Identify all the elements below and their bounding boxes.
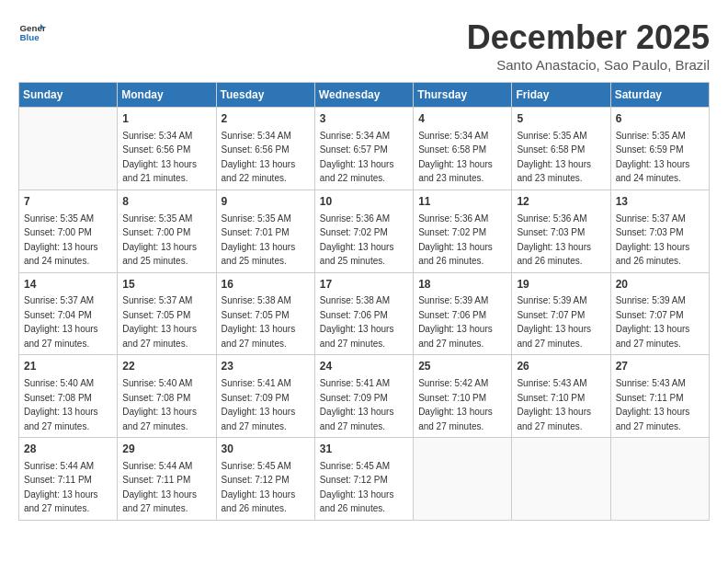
day-info: Sunrise: 5:39 AM Sunset: 7:07 PM Dayligh… [517, 295, 591, 349]
calendar-title: December 2025 [467, 18, 710, 57]
calendar-cell: 23Sunrise: 5:41 AM Sunset: 7:09 PM Dayli… [216, 355, 314, 438]
day-number: 13 [616, 194, 704, 210]
day-info: Sunrise: 5:45 AM Sunset: 7:12 PM Dayligh… [320, 461, 394, 514]
day-number: 29 [122, 442, 210, 457]
svg-text:Blue: Blue [20, 32, 40, 42]
day-info: Sunrise: 5:34 AM Sunset: 6:56 PM Dayligh… [222, 131, 296, 184]
calendar-cell: 16Sunrise: 5:38 AM Sunset: 7:05 PM Dayli… [216, 272, 314, 355]
calendar-cell: 28Sunrise: 5:44 AM Sunset: 7:11 PM Dayli… [19, 438, 118, 521]
calendar-cell: 14Sunrise: 5:37 AM Sunset: 7:04 PM Dayli… [19, 272, 118, 355]
day-info: Sunrise: 5:43 AM Sunset: 7:10 PM Dayligh… [517, 378, 591, 431]
day-info: Sunrise: 5:36 AM Sunset: 7:03 PM Dayligh… [517, 213, 591, 267]
calendar-cell [414, 438, 512, 521]
day-number: 22 [122, 359, 210, 374]
weekday-header-tuesday: Tuesday [216, 83, 314, 108]
day-info: Sunrise: 5:41 AM Sunset: 7:09 PM Dayligh… [222, 378, 296, 431]
day-number: 18 [418, 277, 506, 293]
day-number: 12 [517, 194, 605, 210]
day-number: 2 [222, 111, 310, 127]
day-number: 19 [517, 277, 605, 293]
calendar-cell: 5Sunrise: 5:35 AM Sunset: 6:58 PM Daylig… [512, 108, 610, 190]
day-number: 30 [222, 442, 310, 457]
calendar-cell: 22Sunrise: 5:40 AM Sunset: 7:08 PM Dayli… [118, 355, 216, 438]
calendar-cell: 18Sunrise: 5:39 AM Sunset: 7:06 PM Dayli… [414, 272, 512, 355]
weekday-header-saturday: Saturday [610, 83, 709, 108]
day-number: 11 [418, 194, 506, 210]
weekday-header-friday: Friday [512, 83, 610, 108]
calendar-cell: 4Sunrise: 5:34 AM Sunset: 6:58 PM Daylig… [414, 108, 512, 190]
day-number: 14 [24, 277, 112, 293]
calendar-week-3: 14Sunrise: 5:37 AM Sunset: 7:04 PM Dayli… [19, 272, 710, 355]
day-number: 31 [320, 442, 408, 457]
day-number: 4 [418, 111, 506, 127]
day-number: 27 [616, 359, 704, 374]
calendar-cell: 17Sunrise: 5:38 AM Sunset: 7:06 PM Dayli… [314, 272, 413, 355]
day-info: Sunrise: 5:45 AM Sunset: 7:12 PM Dayligh… [222, 461, 296, 514]
calendar-cell: 13Sunrise: 5:37 AM Sunset: 7:03 PM Dayli… [610, 190, 709, 272]
day-info: Sunrise: 5:36 AM Sunset: 7:02 PM Dayligh… [418, 213, 493, 267]
day-number: 7 [24, 194, 112, 210]
day-info: Sunrise: 5:39 AM Sunset: 7:07 PM Dayligh… [616, 295, 690, 349]
day-info: Sunrise: 5:44 AM Sunset: 7:11 PM Dayligh… [122, 461, 197, 514]
calendar-cell: 12Sunrise: 5:36 AM Sunset: 7:03 PM Dayli… [512, 190, 610, 272]
day-number: 3 [320, 111, 408, 127]
calendar-cell: 9Sunrise: 5:35 AM Sunset: 7:01 PM Daylig… [216, 190, 314, 272]
day-info: Sunrise: 5:40 AM Sunset: 7:08 PM Dayligh… [122, 378, 197, 431]
calendar-cell: 24Sunrise: 5:41 AM Sunset: 7:09 PM Dayli… [314, 355, 413, 438]
day-info: Sunrise: 5:34 AM Sunset: 6:57 PM Dayligh… [320, 131, 394, 184]
weekday-header-monday: Monday [118, 83, 216, 108]
weekday-header-wednesday: Wednesday [314, 83, 413, 108]
day-info: Sunrise: 5:35 AM Sunset: 7:01 PM Dayligh… [222, 213, 296, 267]
calendar-cell: 10Sunrise: 5:36 AM Sunset: 7:02 PM Dayli… [314, 190, 413, 272]
calendar-cell: 3Sunrise: 5:34 AM Sunset: 6:57 PM Daylig… [314, 108, 413, 190]
day-number: 23 [222, 359, 310, 374]
calendar-week-1: 1Sunrise: 5:34 AM Sunset: 6:56 PM Daylig… [19, 108, 710, 190]
logo-icon: General Blue [18, 18, 46, 46]
calendar-cell: 15Sunrise: 5:37 AM Sunset: 7:05 PM Dayli… [118, 272, 216, 355]
calendar-cell: 29Sunrise: 5:44 AM Sunset: 7:11 PM Dayli… [118, 438, 216, 521]
day-info: Sunrise: 5:37 AM Sunset: 7:04 PM Dayligh… [24, 295, 98, 349]
calendar-week-4: 21Sunrise: 5:40 AM Sunset: 7:08 PM Dayli… [19, 355, 710, 438]
calendar-cell: 7Sunrise: 5:35 AM Sunset: 7:00 PM Daylig… [19, 190, 118, 272]
day-info: Sunrise: 5:35 AM Sunset: 6:58 PM Dayligh… [517, 131, 591, 184]
day-info: Sunrise: 5:39 AM Sunset: 7:06 PM Dayligh… [418, 295, 493, 349]
calendar-cell: 31Sunrise: 5:45 AM Sunset: 7:12 PM Dayli… [314, 438, 413, 521]
day-info: Sunrise: 5:35 AM Sunset: 7:00 PM Dayligh… [24, 213, 98, 267]
day-info: Sunrise: 5:37 AM Sunset: 7:05 PM Dayligh… [122, 295, 197, 349]
calendar-table: SundayMondayTuesdayWednesdayThursdayFrid… [18, 82, 710, 521]
calendar-cell: 26Sunrise: 5:43 AM Sunset: 7:10 PM Dayli… [512, 355, 610, 438]
calendar-cell: 21Sunrise: 5:40 AM Sunset: 7:08 PM Dayli… [19, 355, 118, 438]
day-number: 15 [122, 277, 210, 293]
page-header: General Blue December 2025 Santo Anastac… [18, 18, 710, 73]
day-number: 24 [320, 359, 408, 374]
calendar-cell: 25Sunrise: 5:42 AM Sunset: 7:10 PM Dayli… [414, 355, 512, 438]
calendar-cell: 2Sunrise: 5:34 AM Sunset: 6:56 PM Daylig… [216, 108, 314, 190]
day-info: Sunrise: 5:35 AM Sunset: 6:59 PM Dayligh… [616, 131, 690, 184]
day-number: 1 [122, 111, 210, 127]
day-info: Sunrise: 5:38 AM Sunset: 7:06 PM Dayligh… [320, 295, 394, 349]
day-info: Sunrise: 5:41 AM Sunset: 7:09 PM Dayligh… [320, 378, 394, 431]
calendar-cell: 6Sunrise: 5:35 AM Sunset: 6:59 PM Daylig… [610, 108, 709, 190]
calendar-cell: 11Sunrise: 5:36 AM Sunset: 7:02 PM Dayli… [414, 190, 512, 272]
calendar-cell: 8Sunrise: 5:35 AM Sunset: 7:00 PM Daylig… [118, 190, 216, 272]
day-info: Sunrise: 5:43 AM Sunset: 7:11 PM Dayligh… [616, 378, 690, 431]
day-number: 5 [517, 111, 605, 127]
calendar-body: 1Sunrise: 5:34 AM Sunset: 6:56 PM Daylig… [19, 108, 710, 521]
day-info: Sunrise: 5:44 AM Sunset: 7:11 PM Dayligh… [24, 461, 98, 514]
day-info: Sunrise: 5:36 AM Sunset: 7:02 PM Dayligh… [320, 213, 394, 267]
calendar-cell: 30Sunrise: 5:45 AM Sunset: 7:12 PM Dayli… [216, 438, 314, 521]
day-number: 16 [222, 277, 310, 293]
day-number: 6 [616, 111, 704, 127]
day-number: 20 [616, 277, 704, 293]
weekday-header-thursday: Thursday [414, 83, 512, 108]
day-info: Sunrise: 5:34 AM Sunset: 6:58 PM Dayligh… [418, 131, 493, 184]
day-number: 21 [24, 359, 112, 374]
day-number: 28 [24, 442, 112, 457]
day-number: 9 [222, 194, 310, 210]
calendar-week-5: 28Sunrise: 5:44 AM Sunset: 7:11 PM Dayli… [19, 438, 710, 521]
calendar-cell: 20Sunrise: 5:39 AM Sunset: 7:07 PM Dayli… [610, 272, 709, 355]
calendar-cell: 27Sunrise: 5:43 AM Sunset: 7:11 PM Dayli… [610, 355, 709, 438]
calendar-cell [512, 438, 610, 521]
day-info: Sunrise: 5:37 AM Sunset: 7:03 PM Dayligh… [616, 213, 690, 267]
day-info: Sunrise: 5:38 AM Sunset: 7:05 PM Dayligh… [222, 295, 296, 349]
